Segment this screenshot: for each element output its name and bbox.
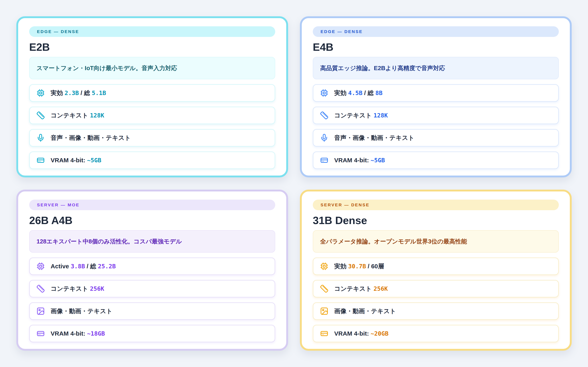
- category-badge: SERVER — DENSE: [313, 200, 559, 210]
- microphone-icon: [36, 133, 45, 142]
- cpu-icon: [36, 89, 45, 97]
- spec-text: 画像・動画・テキスト: [334, 307, 396, 315]
- spec-text: VRAM 4-bit: ~5GB: [51, 156, 101, 165]
- ruler-icon: [36, 284, 45, 293]
- image-icon: [320, 307, 329, 315]
- hard-drive-icon: [320, 156, 329, 165]
- model-description: 全パラメータ推論。オープンモデル世界3位の最高性能: [313, 230, 559, 253]
- spec-text: VRAM 4-bit: ~20GB: [334, 329, 389, 338]
- spec-text: 音声・画像・動画・テキスト: [334, 133, 415, 142]
- model-title: 31B Dense: [313, 215, 559, 226]
- spec-row-vram: VRAM 4-bit: ~18GB: [29, 325, 275, 342]
- spec-text: 実効 30.7B / 60層: [334, 262, 384, 271]
- model-description: スマートフォン・IoT向け最小モデル。音声入力対応: [29, 57, 275, 79]
- category-badge: SERVER — MOE: [29, 200, 275, 210]
- spec-row-context: コンテキスト 256K: [313, 280, 559, 298]
- spec-row-parameters: Active 3.8B / 総 25.2B: [29, 258, 275, 275]
- model-title: E4B: [313, 42, 559, 53]
- spec-text: コンテキスト 256K: [51, 284, 104, 293]
- spec-text: VRAM 4-bit: ~5GB: [334, 156, 385, 165]
- image-icon: [36, 307, 45, 315]
- cpu-icon: [36, 262, 45, 271]
- model-title: 26B A4B: [29, 215, 275, 226]
- spec-row-modalities: 画像・動画・テキスト: [29, 302, 275, 320]
- cpu-icon: [320, 262, 329, 271]
- spec-text: Active 3.8B / 総 25.2B: [51, 262, 116, 271]
- spec-row-modalities: 画像・動画・テキスト: [313, 302, 559, 320]
- spec-row-parameters: 実効 4.5B / 総 8B: [313, 84, 559, 102]
- category-badge: EDGE — DENSE: [313, 26, 559, 37]
- ruler-icon: [36, 111, 45, 120]
- spec-row-context: コンテキスト 128K: [313, 107, 559, 124]
- spec-text: コンテキスト 128K: [334, 111, 388, 120]
- model-title: E2B: [29, 42, 275, 53]
- spec-row-vram: VRAM 4-bit: ~5GB: [29, 151, 275, 169]
- spec-text: VRAM 4-bit: ~18GB: [51, 329, 105, 338]
- spec-text: コンテキスト 256K: [334, 284, 388, 293]
- spec-row-parameters: 実効 2.3B / 総 5.1B: [29, 84, 275, 102]
- hard-drive-icon: [36, 156, 45, 165]
- model-description: 128エキスパート中8個のみ活性化。コスパ最強モデル: [29, 230, 275, 253]
- category-badge: EDGE — DENSE: [29, 26, 275, 37]
- cpu-icon: [320, 89, 329, 97]
- ruler-icon: [320, 111, 329, 120]
- spec-row-context: コンテキスト 256K: [29, 280, 275, 298]
- spec-text: 音声・画像・動画・テキスト: [51, 133, 131, 142]
- spec-text: 画像・動画・テキスト: [51, 307, 112, 315]
- hard-drive-icon: [36, 329, 45, 338]
- spec-row-modalities: 音声・画像・動画・テキスト: [313, 129, 559, 147]
- spec-row-modalities: 音声・画像・動画・テキスト: [29, 129, 275, 147]
- spec-text: 実効 4.5B / 総 8B: [334, 89, 382, 97]
- card-26b-a4b: SERVER — MOE 26B A4B 128エキスパート中8個のみ活性化。コ…: [16, 190, 288, 351]
- spec-text: コンテキスト 128K: [51, 111, 104, 120]
- spec-row-context: コンテキスト 128K: [29, 107, 275, 124]
- hard-drive-icon: [320, 329, 329, 338]
- microphone-icon: [320, 133, 329, 142]
- ruler-icon: [320, 284, 329, 293]
- card-e2b: EDGE — DENSE E2B スマートフォン・IoT向け最小モデル。音声入力…: [16, 16, 288, 177]
- spec-row-vram: VRAM 4-bit: ~5GB: [313, 151, 559, 169]
- model-cards-grid: EDGE — DENSE E2B スマートフォン・IoT向け最小モデル。音声入力…: [0, 0, 588, 367]
- spec-text: 実効 2.3B / 総 5.1B: [51, 89, 106, 97]
- model-description: 高品質エッジ推論。E2Bより高精度で音声対応: [313, 57, 559, 79]
- spec-row-parameters: 実効 30.7B / 60層: [313, 258, 559, 275]
- card-e4b: EDGE — DENSE E4B 高品質エッジ推論。E2Bより高精度で音声対応 …: [300, 16, 572, 177]
- card-31b-dense: SERVER — DENSE 31B Dense 全パラメータ推論。オープンモデ…: [300, 190, 572, 351]
- spec-row-vram: VRAM 4-bit: ~20GB: [313, 325, 559, 342]
